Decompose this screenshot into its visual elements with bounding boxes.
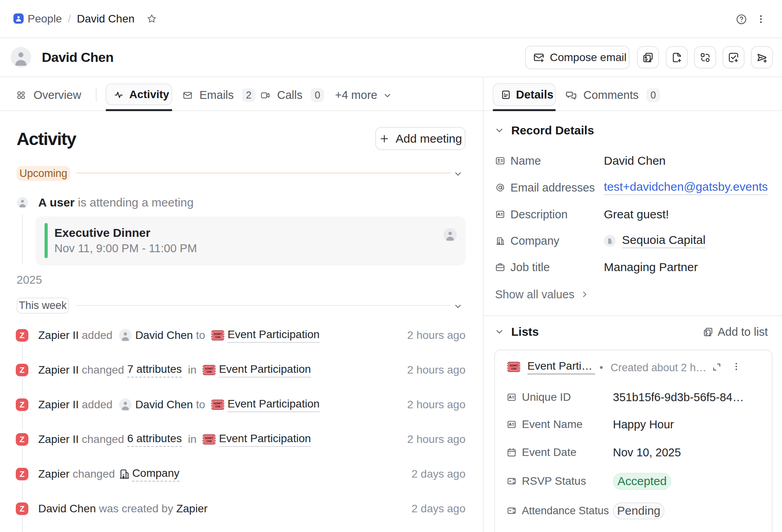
svg-text:ONE: ONE: [215, 336, 221, 339]
svg-text:ADMIT: ADMIT: [510, 364, 518, 367]
svg-text:ONE: ONE: [207, 370, 212, 373]
svg-text:ADMIT: ADMIT: [205, 437, 213, 439]
svg-text:ADMIT: ADMIT: [214, 333, 222, 335]
svg-text:ONE: ONE: [207, 440, 212, 443]
svg-text:ADMIT: ADMIT: [214, 402, 222, 405]
svg-text:ONE: ONE: [511, 367, 517, 370]
svg-text:ADMIT: ADMIT: [205, 367, 213, 370]
svg-text:ONE: ONE: [215, 405, 221, 408]
